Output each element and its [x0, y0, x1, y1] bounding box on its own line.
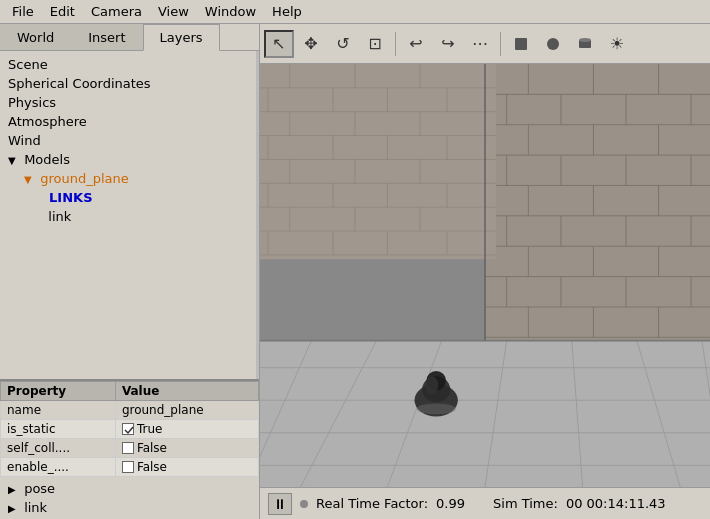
tree-item-ground-plane[interactable]: ground_plane: [16, 169, 256, 188]
enable-checkbox[interactable]: [122, 461, 134, 473]
prop-enable-value[interactable]: False: [115, 458, 258, 477]
viewport: ↖ ✥ ↺ ⊡ ↩ ↪ ⋯ ☀: [260, 24, 710, 519]
tab-layers[interactable]: Layers: [143, 24, 220, 51]
tree-item-wind[interactable]: Wind: [0, 131, 256, 150]
simtime-label: Sim Time:: [493, 496, 558, 511]
scale-tool-button[interactable]: ⊡: [360, 30, 390, 58]
prop-enable-label: enable_....: [1, 458, 116, 477]
realtime-label: Real Time Factor:: [316, 496, 428, 511]
toolbar-sep1: [395, 32, 396, 56]
tab-bar: World Insert Layers: [0, 24, 259, 51]
pose-arrow: [8, 484, 20, 495]
prop-isstatic-label: is_static: [1, 420, 116, 439]
table-row: name ground_plane: [1, 401, 259, 420]
box-shape-button[interactable]: [506, 30, 536, 58]
more-button[interactable]: ⋯: [465, 30, 495, 58]
redo-button[interactable]: ↪: [433, 30, 463, 58]
svg-point-1: [547, 38, 559, 50]
table-row: self_coll.... False: [1, 439, 259, 458]
pause-icon: ⏸: [273, 496, 287, 512]
menubar: File Edit Camera View Window Help: [0, 0, 710, 24]
light-button[interactable]: ☀: [602, 30, 632, 58]
self-coll-checkbox[interactable]: [122, 442, 134, 454]
main-layout: World Insert Layers Scene Spherical Coor…: [0, 24, 710, 519]
select-tool-button[interactable]: ↖: [264, 30, 294, 58]
menu-camera[interactable]: Camera: [83, 2, 150, 21]
tree-item-pose[interactable]: pose: [0, 479, 259, 498]
property-table: Property Value name ground_plane is_stat…: [0, 381, 259, 477]
prop-name-value[interactable]: ground_plane: [115, 401, 258, 420]
menu-view[interactable]: View: [150, 2, 197, 21]
tree-item-link2[interactable]: link: [0, 498, 259, 517]
models-children: ground_plane LINKS link: [0, 169, 256, 226]
simtime-value: 00 00:14:11.43: [566, 496, 666, 511]
tree-item-spherical[interactable]: Spherical Coordinates: [0, 74, 256, 93]
svg-point-3: [579, 38, 591, 42]
tree-item-physics[interactable]: Physics: [0, 93, 256, 112]
svg-rect-5: [485, 64, 710, 346]
link2-arrow: [8, 503, 20, 514]
tree-item-link[interactable]: link: [32, 207, 256, 226]
undo-button[interactable]: ↩: [401, 30, 431, 58]
cylinder-shape-button[interactable]: [570, 30, 600, 58]
statusbar: ⏸ Real Time Factor: 0.99 Sim Time: 00 00…: [260, 487, 710, 519]
menu-window[interactable]: Window: [197, 2, 264, 21]
tree-item-links[interactable]: LINKS: [32, 188, 256, 207]
bottom-tree: pose link: [0, 477, 259, 519]
property-panel: Property Value name ground_plane is_stat…: [0, 379, 259, 519]
tab-world[interactable]: World: [0, 24, 71, 50]
left-panel: World Insert Layers Scene Spherical Coor…: [0, 24, 260, 519]
pause-button[interactable]: ⏸: [268, 493, 292, 515]
svg-point-100: [425, 376, 438, 393]
status-indicator: [300, 500, 308, 508]
toolbar: ↖ ✥ ↺ ⊡ ↩ ↪ ⋯ ☀: [260, 24, 710, 64]
toolbar-sep2: [500, 32, 501, 56]
prop-selfcoll-label: self_coll....: [1, 439, 116, 458]
table-row: is_static True: [1, 420, 259, 439]
models-arrow: [8, 155, 20, 166]
rotate-tool-button[interactable]: ↺: [328, 30, 358, 58]
svg-rect-0: [515, 38, 527, 50]
prop-selfcoll-value[interactable]: False: [115, 439, 258, 458]
tree-panel: Scene Spherical Coordinates Physics Atmo…: [0, 51, 259, 379]
property-col-header: Property: [1, 382, 116, 401]
canvas-area[interactable]: [260, 64, 710, 487]
menu-file[interactable]: File: [4, 2, 42, 21]
translate-tool-button[interactable]: ✥: [296, 30, 326, 58]
sphere-shape-button[interactable]: [538, 30, 568, 58]
tree-item-atmosphere[interactable]: Atmosphere: [0, 112, 256, 131]
svg-point-101: [417, 403, 456, 414]
menu-edit[interactable]: Edit: [42, 2, 83, 21]
prop-isstatic-value[interactable]: True: [115, 420, 258, 439]
viewport-scene: [260, 64, 710, 487]
is-static-checkbox[interactable]: [122, 423, 134, 435]
menu-help[interactable]: Help: [264, 2, 310, 21]
prop-name-label: name: [1, 401, 116, 420]
realtime-value: 0.99: [436, 496, 465, 511]
svg-rect-46: [260, 64, 496, 259]
ground-plane-children: LINKS link: [16, 188, 256, 226]
tab-insert[interactable]: Insert: [71, 24, 142, 50]
tree-item-models[interactable]: Models: [0, 150, 256, 169]
tree-item-scene[interactable]: Scene: [0, 55, 256, 74]
ground-plane-arrow: [24, 174, 36, 185]
value-col-header: Value: [115, 382, 258, 401]
table-row: enable_.... False: [1, 458, 259, 477]
